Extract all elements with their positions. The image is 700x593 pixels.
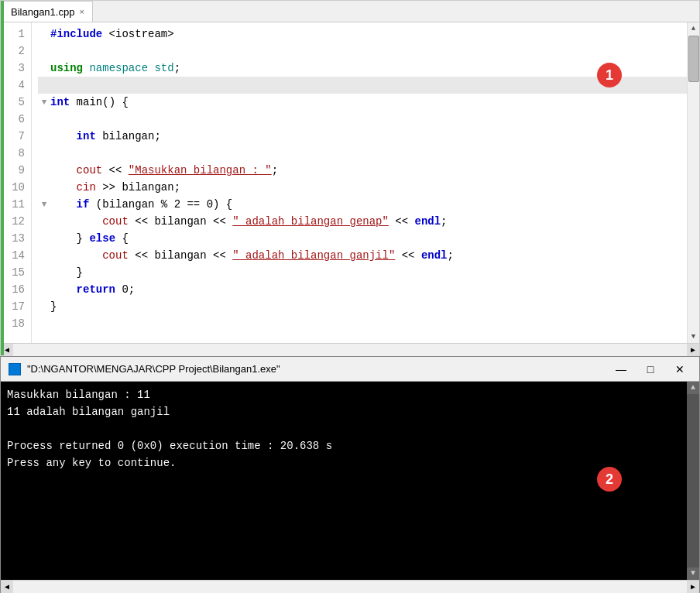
code-line: cout << bilangan << " adalah bilangan ge…: [38, 213, 687, 230]
code-line: ▼ if (bilangan % 2 == 0) {: [38, 196, 687, 213]
scroll-thumb[interactable]: [688, 36, 699, 82]
terminal-maximize-button[interactable]: □: [639, 361, 662, 378]
code-token: #include: [50, 26, 102, 43]
code-line: using namespace std;: [38, 60, 687, 77]
fold-gutter[interactable]: ▼: [38, 94, 50, 111]
code-line: [38, 315, 687, 332]
line-number: 1: [7, 26, 25, 43]
code-token: ;: [448, 247, 454, 264]
horizontal-scrollbar[interactable]: ◀ ▶: [1, 343, 699, 355]
code-token: <<: [102, 162, 129, 179]
terminal-output-line: Press any key to continue.: [7, 454, 678, 471]
scroll-right[interactable]: ▶: [687, 344, 699, 356]
line-number: 7: [7, 128, 25, 145]
code-token: 0;: [115, 281, 135, 298]
code-token: [83, 60, 89, 77]
terminal-title: "D:\NGANTOR\MENGAJAR\CPP Project\Bilanga…: [27, 363, 603, 375]
line-number: 15: [7, 264, 25, 281]
line-number: 17: [7, 298, 25, 315]
code-line: [38, 77, 687, 94]
scroll-up-arrow[interactable]: ▲: [688, 22, 700, 35]
terminal-output-line: [7, 420, 678, 437]
editor-scrollbar[interactable]: ▲ ▼: [687, 22, 699, 343]
code-token: << bilangan <<: [129, 213, 232, 230]
code-token: bilangan;: [96, 128, 161, 145]
code-token: <<: [389, 213, 415, 230]
code-content[interactable]: #include <iostream>using namespace std;▼…: [32, 22, 687, 343]
terminal-body[interactable]: Masukkan bilangan : 1111 adalah bilangan…: [1, 382, 699, 580]
terminal-scroll-thumb[interactable]: [687, 394, 699, 567]
code-token: ;: [174, 60, 180, 77]
line-number: 3: [7, 60, 25, 77]
editor-container: Bilangan1.cpp × 123456789101112131415161…: [0, 0, 700, 356]
terminal-output-line: Process returned 0 (0x0) execution time …: [7, 437, 678, 454]
tab-label: Bilangan1.cpp: [11, 6, 74, 18]
code-token: cin: [50, 179, 96, 196]
line-number: 9: [7, 162, 25, 179]
code-token: " adalah bilangan ganjil": [232, 247, 395, 264]
line-number: 6: [7, 111, 25, 128]
code-token: cout: [50, 162, 102, 179]
code-token: ;: [272, 162, 278, 179]
file-tab[interactable]: Bilangan1.cpp ×: [2, 1, 93, 22]
line-number: 12: [7, 213, 25, 230]
tab-bar: Bilangan1.cpp ×: [1, 1, 699, 22]
terminal-app-icon: [9, 363, 21, 375]
fold-gutter[interactable]: ▼: [38, 196, 50, 213]
code-token: int: [50, 128, 96, 145]
code-token: else: [89, 230, 115, 247]
code-token: cout: [50, 213, 129, 230]
code-token: namespace std: [89, 60, 173, 77]
code-token: main() {: [70, 94, 129, 111]
code-line: cout << "Masukkan bilangan : ";: [38, 162, 687, 179]
terminal-scroll-right[interactable]: ▶: [687, 581, 699, 593]
line-number: 10: [7, 179, 25, 196]
terminal-minimize-button[interactable]: —: [609, 361, 633, 378]
terminal-container: "D:\NGANTOR\MENGAJAR\CPP Project\Bilanga…: [0, 356, 700, 593]
terminal-scroll-down[interactable]: ▼: [687, 567, 699, 580]
scroll-down-arrow[interactable]: ▼: [688, 331, 700, 343]
terminal-close-button[interactable]: ✕: [668, 361, 691, 378]
annotation-1: 1: [597, 63, 622, 87]
code-token: return: [50, 281, 115, 298]
line-number: 4: [7, 77, 25, 94]
terminal-titlebar: "D:\NGANTOR\MENGAJAR\CPP Project\Bilanga…: [1, 357, 699, 382]
terminal-scroll-left[interactable]: ◀: [1, 581, 13, 593]
code-token: ;: [441, 213, 447, 230]
code-token: if: [50, 196, 89, 213]
terminal-output-line: Masukkan bilangan : 11: [7, 386, 678, 403]
line-number: 14: [7, 247, 25, 264]
code-token: (bilangan % 2 == 0) {: [89, 196, 232, 213]
line-number: 8: [7, 145, 25, 162]
code-line: return 0;: [38, 281, 687, 298]
code-line: int bilangan;: [38, 128, 687, 145]
code-line: cout << bilangan << " adalah bilangan ga…: [38, 247, 687, 264]
code-token: "Masukkan bilangan : ": [129, 162, 272, 179]
code-token: {: [115, 230, 129, 247]
scroll-track: [13, 344, 687, 356]
tab-close-icon[interactable]: ×: [79, 7, 84, 16]
terminal-scrollbar[interactable]: ▲ ▼: [687, 382, 699, 580]
annotation-2: 2: [597, 467, 622, 492]
code-line: [38, 111, 687, 128]
code-line: }: [38, 298, 687, 315]
change-indicator: [1, 22, 4, 343]
terminal-output-line: 11 adalah bilangan ganjil: [7, 403, 678, 420]
code-token: endl: [421, 247, 448, 264]
code-token: " adalah bilangan genap": [232, 213, 389, 230]
line-number: 5: [7, 94, 25, 111]
code-line: [38, 43, 687, 60]
code-line: }: [38, 264, 687, 281]
terminal-scroll-up[interactable]: ▲: [687, 382, 699, 394]
code-line: } else {: [38, 230, 687, 247]
scroll-thumb-area[interactable]: [688, 35, 700, 331]
code-token: >> bilangan;: [96, 179, 180, 196]
code-token: }: [50, 230, 89, 247]
code-token: <<: [395, 247, 421, 264]
code-line: cin >> bilangan;: [38, 179, 687, 196]
code-token: }: [50, 264, 83, 281]
code-line: [38, 145, 687, 162]
line-number: 18: [7, 315, 25, 332]
terminal-horizontal-scrollbar[interactable]: ◀ ▶: [1, 580, 699, 592]
code-token: << bilangan <<: [129, 247, 232, 264]
